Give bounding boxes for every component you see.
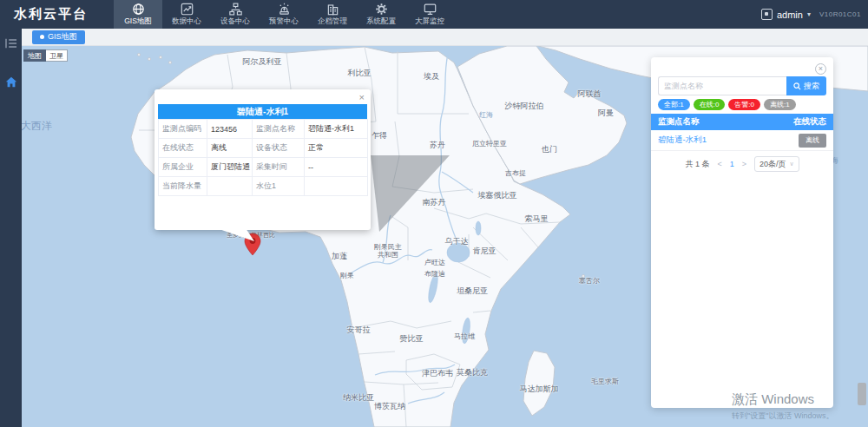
- close-icon[interactable]: ×: [815, 63, 826, 75]
- nav-label: 设备中心: [220, 16, 250, 27]
- next-page-button[interactable]: >: [742, 160, 746, 168]
- status-badge: 离线: [799, 134, 826, 148]
- collapse-menu-icon[interactable]: [5, 36, 17, 52]
- map-type-map-button[interactable]: 地图: [23, 49, 46, 62]
- alarm-icon: [278, 3, 291, 16]
- field-value: 123456: [207, 120, 253, 139]
- nav-label: GIS地图: [124, 16, 152, 27]
- tab-bar: GIS地图: [22, 29, 868, 46]
- list-header: 监测点名称 在线状态: [651, 114, 833, 130]
- map-type-satellite-button[interactable]: 卫星: [46, 49, 68, 62]
- field-value: [305, 177, 368, 196]
- field-label: 在线状态: [159, 139, 207, 158]
- nav-item-gis-map[interactable]: GIS地图: [114, 0, 162, 29]
- field-label: 设备状态: [253, 139, 305, 158]
- prev-page-button[interactable]: <: [717, 160, 721, 168]
- filter-pill[interactable]: 离线:1: [764, 99, 796, 110]
- filter-pill[interactable]: 在线:0: [694, 99, 726, 110]
- user-menu[interactable]: admin: [777, 10, 803, 20]
- nav-item-data-center[interactable]: 数据中心: [162, 0, 211, 29]
- monitor-list-panel: × 搜索 全部:1在线:0告警:0离线:1 监测点名称 在线状态 碧陆通-水利1…: [651, 57, 833, 408]
- monitor-icon: [424, 3, 437, 16]
- map-type-control: 地图 卫星: [23, 49, 68, 62]
- nav-item-device-center[interactable]: 设备中心: [211, 0, 260, 29]
- pagination: 共 1 条 < 1 > 20条/页 ∨: [651, 155, 833, 173]
- total-count: 共 1 条: [685, 159, 709, 170]
- status-filter-pills: 全部:1在线:0告警:0离线:1: [658, 99, 796, 110]
- field-label: 监测点编码: [159, 120, 207, 139]
- top-navbar: 水利云平台 GIS地图 数据中心 设备中心: [0, 0, 868, 29]
- nav-label: 预警中心: [269, 16, 299, 27]
- search-button-label: 搜索: [804, 81, 819, 92]
- field-label: 监测点名称: [253, 120, 305, 139]
- tab-dot-icon: [40, 35, 44, 39]
- navbar-right: admin ▾ V10R01C01: [761, 9, 868, 20]
- close-icon[interactable]: ×: [359, 93, 365, 102]
- home-icon[interactable]: [5, 76, 17, 91]
- nav-label: 系统配置: [366, 16, 396, 27]
- version-label: V10R01C01: [819, 10, 861, 18]
- app-logo: 水利云平台: [0, 6, 114, 23]
- field-label: 当前降水量: [159, 177, 207, 196]
- popup-detail-table: 监测点编码 123456 监测点名称 碧陆通-水利1 在线状态 离线 设备状态 …: [158, 119, 368, 196]
- monitor-point-popup: × 碧陆通-水利1 监测点编码 123456 监测点名称 碧陆通-水利1 在线状…: [155, 89, 371, 230]
- header-status: 在线状态: [793, 116, 826, 128]
- field-value: 碧陆通-水利1: [305, 120, 368, 139]
- field-value: --: [305, 158, 368, 177]
- field-value: 厦门碧陆通: [207, 158, 253, 177]
- filter-pill[interactable]: 全部:1: [658, 99, 690, 110]
- search-input[interactable]: [658, 76, 786, 95]
- globe-icon: [132, 3, 145, 16]
- monitor-point-link[interactable]: 碧陆通-水利1: [658, 135, 707, 146]
- header-name: 监测点名称: [658, 116, 700, 128]
- scrollbar-thumb[interactable]: [858, 383, 866, 405]
- gear-icon: [375, 3, 388, 16]
- main-menu: GIS地图 数据中心 设备中心 预警中心: [114, 0, 454, 29]
- page-size-value: 20条/页: [760, 159, 786, 170]
- field-label: 水位1: [253, 177, 305, 196]
- search-row: 搜索: [658, 76, 826, 95]
- tab-label: GIS地图: [48, 31, 77, 43]
- popup-title: 碧陆通-水利1: [158, 104, 367, 119]
- page-number[interactable]: 1: [730, 160, 734, 168]
- field-value: 正常: [305, 139, 368, 158]
- monitor-point-marker[interactable]: [244, 233, 261, 257]
- nav-item-big-screen[interactable]: 大屏监控: [405, 0, 454, 29]
- nav-label: 数据中心: [172, 16, 201, 27]
- nav-label: 大屏监控: [415, 16, 444, 27]
- devices-icon: [229, 3, 242, 16]
- user-avatar-icon: [761, 9, 773, 20]
- app-window: 水利云平台 GIS地图 数据中心 设备中心: [0, 0, 868, 427]
- data-chart-icon: [181, 3, 194, 16]
- chevron-down-icon[interactable]: ▾: [807, 10, 811, 18]
- filter-pill[interactable]: 告警:0: [728, 99, 760, 110]
- nav-item-alert-center[interactable]: 预警中心: [260, 0, 308, 29]
- left-sidebar: [0, 29, 22, 427]
- chevron-down-icon: ∨: [789, 161, 793, 168]
- field-label: 采集时间: [253, 158, 305, 177]
- field-value: [207, 177, 253, 196]
- search-button[interactable]: 搜索: [786, 76, 826, 95]
- page-size-select[interactable]: 20条/页 ∨: [754, 156, 799, 172]
- search-icon: [793, 82, 801, 90]
- list-item[interactable]: 碧陆通-水利1 离线: [651, 130, 833, 151]
- nav-item-system-config[interactable]: 系统配置: [357, 0, 405, 29]
- nav-label: 企档管理: [318, 16, 347, 27]
- tab-gis-map[interactable]: GIS地图: [32, 30, 85, 44]
- nav-item-archive-mgmt[interactable]: 企档管理: [308, 0, 357, 29]
- building-icon: [326, 3, 339, 16]
- field-value: 离线: [207, 139, 253, 158]
- field-label: 所属企业: [159, 158, 207, 177]
